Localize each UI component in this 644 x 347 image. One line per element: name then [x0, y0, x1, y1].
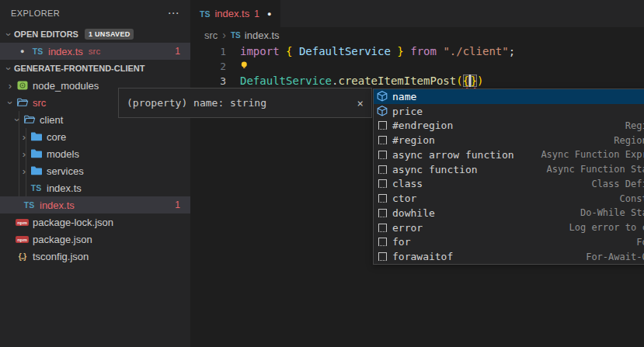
npm-icon: npm	[16, 236, 29, 243]
tree-item-index-ts[interactable]: TSindex.ts1	[0, 196, 190, 213]
chevron-down-icon: ›	[3, 63, 15, 74]
tab-index-ts[interactable]: TS index.ts 1 ●	[190, 0, 280, 27]
typescript-icon: TS	[200, 9, 210, 19]
suggest-item-name[interactable]: name	[374, 89, 644, 104]
suggest-item-for[interactable]: forFor Loop	[374, 235, 644, 250]
open-editors-header[interactable]: › OPEN EDITORS 1 UNSAVED	[0, 26, 190, 43]
workspace-header[interactable]: › GENERATE-FRONTEND-CLIENT	[0, 60, 190, 77]
suggest-detail: Class Definition	[591, 179, 644, 189]
tree-item-models[interactable]: ›models	[0, 145, 190, 162]
tree-item-label: node_modules	[33, 80, 99, 92]
code-token: }	[471, 75, 477, 87]
code-token: {	[463, 75, 469, 87]
ellipsis-icon[interactable]: ⋯	[168, 6, 179, 20]
breadcrumb-file[interactable]: TS index.ts	[231, 29, 280, 41]
snippet-icon	[378, 151, 387, 159]
hover-tooltip: (property) name: string ×	[118, 88, 372, 118]
code-area[interactable]: 1import { DefaultService } from "./clien…	[190, 44, 644, 88]
tree-item-tsconfig-json[interactable]: {..}tsconfig.json	[0, 248, 190, 265]
problems-badge: 1	[175, 200, 190, 210]
suggest-item-ctor[interactable]: ctorConstructor	[374, 191, 644, 206]
line-number: 1	[190, 44, 226, 59]
open-editor-item-index-ts[interactable]: ● TS index.ts src 1	[0, 43, 190, 60]
tree-item-label: index.ts	[47, 182, 82, 194]
folder-open-icon	[16, 96, 29, 109]
tree-item-label: models	[47, 148, 79, 160]
chevron-right-icon[interactable]: ›	[19, 131, 30, 143]
chevron-right-icon[interactable]: ›	[19, 148, 30, 160]
code-token: from	[410, 45, 437, 57]
snippet-icon	[378, 224, 387, 232]
suggest-label: class	[392, 178, 423, 189]
code-token: )	[477, 75, 483, 87]
code-token: import	[240, 45, 280, 57]
suggest-label: dowhile	[392, 207, 435, 219]
suggest-item-async-arrow-function[interactable]: async arrow functionAsync Function Expre…	[374, 147, 644, 162]
field-cube-icon	[376, 105, 388, 117]
tree-item-label: tsconfig.json	[33, 251, 89, 262]
suggest-label: name	[392, 91, 416, 102]
suggest-label: async arrow function	[392, 149, 514, 161]
tree-item-index-ts[interactable]: TSindex.ts	[0, 179, 190, 196]
chevron-right-icon[interactable]: ›	[19, 165, 30, 177]
code-line-1[interactable]: 1import { DefaultService } from "./clien…	[190, 44, 644, 59]
tree-item-label: services	[47, 165, 84, 177]
suggest-label: async function	[392, 164, 478, 175]
suggest-item--endregion[interactable]: #endregionRegion End	[374, 119, 644, 134]
code-token	[292, 45, 298, 57]
field-cube-icon	[376, 90, 388, 102]
snippet-icon	[378, 194, 387, 203]
suggest-label: #endregion	[392, 120, 453, 131]
tree-item-services[interactable]: ›services	[0, 162, 190, 179]
tree-item-package-lock-json[interactable]: npmpackage-lock.json	[0, 213, 190, 231]
chevron-right-icon[interactable]: ›	[5, 80, 16, 92]
tree-item-label: client	[40, 114, 63, 126]
suggest-item-price[interactable]: price	[374, 104, 644, 119]
code-line-2[interactable]: 2	[190, 59, 644, 74]
tab-filename: index.ts	[214, 8, 249, 19]
suggest-label: price	[392, 106, 423, 117]
suggest-item-dowhile[interactable]: dowhileDo-While Statement	[374, 206, 644, 220]
vscode-window: EXPLORER ⋯ › OPEN EDITORS 1 UNSAVED ● TS…	[0, 0, 644, 347]
suggest-item-class[interactable]: classClass Definition	[374, 177, 644, 192]
suggest-item-forawaitof[interactable]: forawaitofFor-Await-Of Loop	[374, 249, 644, 264]
code-token: createItemItemPost	[338, 75, 456, 87]
open-editor-filename: index.ts	[48, 46, 83, 57]
line-number: 3	[190, 74, 226, 88]
suggest-label: error	[392, 222, 423, 234]
breadcrumb: src › TS index.ts	[190, 27, 644, 43]
workspace-label: GENERATE-FRONTEND-CLIENT	[14, 64, 144, 73]
explorer-title: EXPLORER	[11, 9, 60, 18]
tree-item-package-json[interactable]: npmpackage.json	[0, 231, 190, 248]
tree-item-core[interactable]: ›core	[0, 128, 190, 145]
hover-text: (property) name: string	[127, 97, 266, 109]
open-editor-description: src	[89, 47, 100, 56]
open-editors-label: OPEN EDITORS	[14, 29, 78, 39]
suggest-detail: Log error to console	[569, 222, 644, 233]
snippet-icon	[378, 179, 387, 188]
suggest-detail: For-Await-Of Loop	[586, 252, 644, 262]
chevron-down-icon[interactable]: ›	[12, 114, 23, 125]
suggest-item--region[interactable]: #regionRegion Start	[374, 133, 644, 147]
code-line-3[interactable]: 3DefaultService.createItemItemPost({})	[190, 74, 644, 88]
explorer-header: EXPLORER ⋯	[0, 0, 190, 26]
code-token	[404, 45, 410, 57]
suggest-detail: For Loop	[636, 237, 644, 248]
suggest-item-async-function[interactable]: async functionAsync Function Statement	[374, 162, 644, 177]
code-token: ;	[509, 45, 515, 57]
breadcrumb-folder[interactable]: src	[204, 29, 218, 41]
suggest-item-error[interactable]: errorLog error to console	[374, 220, 644, 235]
chevron-down-icon[interactable]: ›	[5, 97, 16, 108]
dirty-dot-icon[interactable]: ●	[267, 10, 271, 18]
close-icon[interactable]: ×	[357, 97, 364, 109]
folder-icon	[30, 147, 43, 160]
code-token: DefaultService	[240, 75, 332, 87]
code-token	[280, 45, 286, 57]
folder-icon	[30, 165, 43, 177]
tree-item-label: index.ts	[40, 200, 75, 211]
tree-item-label: core	[47, 131, 66, 143]
suggest-detail: Async Function Statement	[547, 164, 644, 175]
suggest-label: ctor	[392, 193, 416, 204]
suggest-detail: Constructor	[620, 193, 644, 204]
snippet-icon	[378, 136, 387, 144]
